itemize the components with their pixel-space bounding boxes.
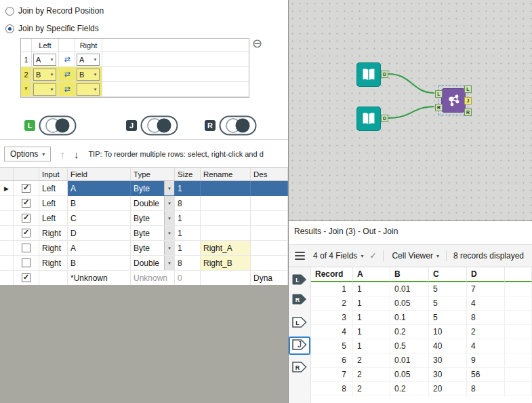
rename-cell[interactable] — [201, 181, 251, 196]
radio-join-by-record-position[interactable]: Join by Record Position — [5, 5, 104, 16]
description-cell[interactable] — [251, 256, 288, 271]
chevron-down-icon[interactable]: ▾ — [164, 256, 174, 270]
output-join-anchor-button-selected[interactable]: J — [289, 337, 310, 355]
field-configuration-grid: Input Field Type Size Rename Des ▶ Left … — [0, 167, 288, 286]
type-dropdown[interactable]: Byte▾ — [131, 181, 175, 196]
move-down-icon[interactable]: ↓ — [74, 149, 79, 159]
size-cell[interactable]: 1 — [175, 226, 201, 241]
size-cell[interactable]: 8 — [175, 256, 201, 271]
radio-join-by-specific-fields[interactable]: Join by Specific Fields — [5, 23, 99, 34]
right-field-dropdown[interactable]: A ▾ — [77, 54, 100, 66]
row-selector[interactable] — [0, 226, 14, 241]
row-selector[interactable]: ▶ — [0, 181, 14, 196]
type-dropdown[interactable]: Byte▾ — [131, 211, 175, 226]
radio-selected-icon[interactable] — [5, 24, 14, 33]
input-data-tool-1[interactable]: D — [356, 62, 381, 87]
left-field-dropdown[interactable]: B ▾ — [33, 69, 56, 81]
description-cell[interactable] — [251, 196, 288, 211]
right-field-dropdown[interactable]: B ▾ — [77, 69, 100, 81]
size-cell[interactable]: 8 — [175, 196, 201, 211]
options-dropdown[interactable]: Options ▾ — [4, 147, 51, 161]
output-anchor-r[interactable]: R — [464, 109, 472, 116]
chevron-down-icon[interactable]: ▾ — [91, 72, 99, 77]
chevron-down-icon[interactable]: ▾ — [48, 72, 56, 77]
field-checkbox[interactable] — [14, 226, 39, 241]
checkbox-icon[interactable] — [22, 199, 30, 208]
radio-icon[interactable] — [5, 7, 14, 16]
input-left-anchor-button[interactable]: L — [292, 274, 307, 285]
menu-icon[interactable] — [295, 252, 305, 260]
venn-join-output-toggle[interactable]: J — [126, 115, 178, 136]
checkbox-icon[interactable] — [22, 184, 30, 193]
join-tool[interactable] — [441, 88, 466, 113]
row-selector[interactable] — [0, 196, 14, 211]
rename-cell[interactable] — [201, 211, 251, 226]
rename-cell[interactable] — [201, 196, 251, 211]
input-anchor-r[interactable]: R — [435, 104, 443, 111]
fields-dropdown[interactable]: 4 of 4 Fields ▾ — [313, 251, 363, 261]
row-selector[interactable] — [0, 256, 14, 271]
type-dropdown[interactable]: Double▾ — [131, 196, 175, 211]
row-selector[interactable] — [0, 211, 14, 226]
description-cell[interactable] — [251, 211, 288, 226]
output-anchor-d[interactable]: D — [381, 115, 388, 122]
size-cell[interactable]: 1 — [175, 211, 201, 226]
size-cell[interactable]: 1 — [175, 241, 201, 256]
field-checkbox[interactable] — [14, 271, 39, 286]
left-field-dropdown[interactable]: ▾ — [33, 83, 56, 96]
input-data-tool-2[interactable]: D — [356, 107, 381, 131]
chevron-down-icon[interactable]: ▾ — [164, 211, 174, 225]
data-cell: 2 — [353, 382, 390, 396]
field-checkbox[interactable] — [14, 196, 39, 211]
data-cell: 1 — [353, 325, 390, 339]
input-right-anchor-button[interactable]: R — [292, 294, 307, 305]
input-anchor-l[interactable]: L — [435, 90, 443, 98]
field-checkbox[interactable] — [14, 241, 39, 256]
output-anchor-l[interactable]: L — [464, 85, 472, 93]
venn-right-output-toggle[interactable]: R — [205, 115, 257, 136]
rename-cell[interactable]: Right_B — [201, 256, 251, 271]
checkbox-icon[interactable] — [22, 273, 30, 282]
type-dropdown[interactable]: Byte▾ — [131, 241, 175, 256]
chevron-down-icon[interactable]: ▾ — [48, 57, 56, 62]
chevron-down-icon[interactable]: ▾ — [164, 196, 174, 210]
workflow-canvas[interactable]: D D — [289, 0, 532, 220]
chevron-down-icon[interactable]: ▾ — [164, 181, 174, 195]
description-cell[interactable] — [251, 241, 288, 256]
type-dropdown[interactable]: Byte▾ — [131, 226, 175, 241]
chevron-down-icon[interactable]: ▾ — [48, 87, 56, 92]
type-dropdown[interactable]: Double▾ — [131, 256, 175, 271]
rename-cell[interactable] — [201, 271, 251, 286]
field-checkbox[interactable] — [14, 256, 39, 271]
venn-diagram-icon — [39, 115, 77, 136]
rename-cell[interactable] — [201, 226, 251, 241]
description-cell[interactable]: Dyna — [251, 271, 288, 286]
description-cell[interactable] — [251, 226, 288, 241]
rename-cell[interactable]: Right_A — [201, 241, 251, 256]
checkbox-icon[interactable] — [22, 258, 30, 267]
output-right-anchor-button[interactable]: R — [292, 362, 307, 372]
field-checkbox[interactable] — [14, 181, 39, 196]
output-anchor-d[interactable]: D — [381, 71, 388, 78]
chevron-down-icon[interactable]: ▾ — [91, 57, 99, 62]
remove-row-button[interactable]: ⊖ — [252, 37, 262, 50]
output-left-anchor-button[interactable]: L — [292, 317, 307, 328]
output-anchor-j[interactable]: J — [464, 97, 472, 104]
row-selector[interactable] — [0, 271, 14, 286]
chevron-down-icon[interactable]: ▾ — [164, 241, 174, 255]
right-field-dropdown[interactable]: ▾ — [77, 83, 100, 96]
left-field-dropdown[interactable]: A ▾ — [33, 54, 56, 66]
row-selector[interactable] — [0, 241, 14, 256]
checkbox-icon[interactable] — [22, 244, 30, 252]
join-tool-selected[interactable]: L R L J R — [438, 85, 468, 115]
checkbox-icon[interactable] — [22, 214, 30, 223]
size-cell[interactable]: 1 — [175, 181, 201, 196]
chevron-down-icon[interactable]: ▾ — [164, 226, 174, 240]
checkbox-icon[interactable] — [22, 229, 30, 237]
field-checkbox[interactable] — [14, 211, 39, 226]
venn-left-output-toggle[interactable]: L — [24, 115, 77, 136]
move-up-icon[interactable]: ↑ — [60, 149, 65, 159]
cell-viewer-dropdown[interactable]: Cell Viewer ▾ — [392, 251, 438, 261]
description-cell[interactable] — [251, 181, 288, 196]
chevron-down-icon[interactable]: ▾ — [91, 87, 99, 92]
